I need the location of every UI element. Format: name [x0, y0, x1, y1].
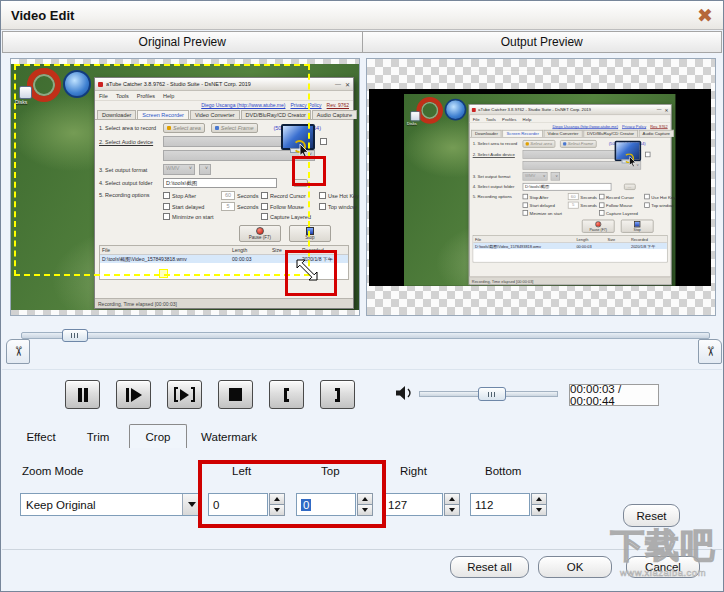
mouse-cursor-icon	[629, 156, 637, 170]
recorded-opt-record-cursor: Record Cursor	[606, 194, 634, 199]
original-preview-pane: Disks aTube Catcher 3.8.9762 - Studio Su…	[10, 58, 360, 316]
zoom-mode-dropdown[interactable]: Keep Original	[20, 493, 202, 516]
crop-bottom-spinner[interactable]: 112	[470, 493, 547, 516]
crop-bottom-down-button[interactable]	[531, 504, 547, 516]
recorded-audio-checkbox	[320, 138, 327, 145]
crop-left-up-button[interactable]	[269, 493, 285, 504]
zoom-mode-dropdown-button[interactable]	[182, 494, 201, 515]
recorded-privacy-link: Privacy Policy	[622, 124, 646, 129]
recorded-opt-follow-mouse: Follow Mouse	[606, 203, 632, 208]
reset-all-button[interactable]: Reset all	[450, 556, 529, 578]
recorded-status-bar: Recording, Time elapsed [00:00:03]	[95, 298, 353, 308]
highlight-rect-resize	[285, 250, 337, 296]
crop-bottom-label: Bottom	[485, 465, 521, 477]
zoom-mode-label: Zoom Mode	[22, 465, 83, 477]
recorded-step4-label: 4. Select output folder	[473, 184, 523, 189]
recorded-tab-bar: Downloader Screen Recorder Video Convert…	[470, 129, 671, 138]
crop-marquee[interactable]	[14, 64, 310, 276]
recorded-stop-after-value: 60	[568, 193, 579, 200]
close-icon[interactable]: ✖	[697, 6, 713, 25]
volume-slider[interactable]	[419, 391, 558, 397]
recorded-select-frame-button: Select Frame	[560, 140, 596, 148]
divider	[2, 369, 722, 370]
crop-left-spinner[interactable]: 0	[208, 493, 285, 516]
recorded-opt-stop-after: Stop After	[530, 194, 549, 199]
recorded-opt-top-window: Top window	[651, 203, 673, 208]
output-scene-holder: Disks aTube Catcher 3.8.9762 - Studio Su…	[404, 89, 676, 286]
recorded-format-browse-button	[551, 172, 560, 181]
title-bar: Video Edit ✖	[1, 1, 723, 30]
tab-crop[interactable]: Crop	[129, 424, 187, 448]
stop-button[interactable]	[218, 380, 253, 409]
crop-top-up-button[interactable]	[357, 493, 373, 504]
step-play-button[interactable]	[116, 380, 151, 409]
crop-marquee-bottom-handle[interactable]	[159, 269, 168, 278]
edit-tab-bar: Effect Trim Crop Watermark	[2, 424, 722, 447]
recorded-tab-screen-recorder: Screen Recorder	[503, 130, 543, 137]
crop-right-spinner[interactable]: 127	[383, 493, 460, 516]
mark-start-button[interactable]	[269, 380, 304, 409]
recorded-status-bar: Recording, Time elapsed [00:00:03]	[470, 277, 671, 285]
recorded-minimize-icon: —	[657, 107, 662, 112]
recorded-step5-label: 5. Recording options	[473, 193, 523, 198]
recorded-tab-video-converter: Video Converter	[544, 130, 583, 137]
tab-watermark[interactable]: Watermark	[189, 427, 269, 446]
recorded-file-table: File Length Size Recorded D:\tools\截图\Vi…	[473, 235, 668, 262]
reset-button[interactable]: Reset	[623, 504, 680, 527]
output-video-frame: Disks aTube Catcher 3.8.9762 - Studio Su…	[369, 89, 711, 286]
crop-bottom-value[interactable]: 112	[470, 493, 530, 516]
recorded-app-icon	[472, 108, 476, 112]
video-edit-dialog: Video Edit ✖ Original Preview Output Pre…	[0, 0, 724, 592]
recorded-step2-label: 2. Select Audio device	[473, 152, 523, 157]
play-to-end-button[interactable]	[167, 380, 202, 409]
desktop-red-app-icon	[416, 97, 443, 124]
mark-end-button[interactable]	[320, 380, 355, 409]
crop-right-up-button[interactable]	[444, 493, 460, 504]
seek-slider[interactable]	[21, 332, 710, 339]
crop-left-value[interactable]: 0	[208, 493, 268, 516]
recorded-pause-button: Pause (F7)	[582, 220, 615, 233]
crop-top-spinner[interactable]: 0	[296, 493, 373, 516]
crop-bottom-up-button[interactable]	[531, 493, 547, 504]
tab-effect[interactable]: Effect	[12, 427, 70, 446]
recorded-author-link: Diego Uscanga (http://www.atube.me)	[552, 124, 618, 129]
speaker-icon	[395, 385, 413, 405]
crop-left-label: Left	[232, 465, 251, 477]
recorded-folder-field: D:\tools\截图	[523, 183, 612, 191]
recorded-select-area-button: Select area	[523, 140, 556, 148]
highlight-rect-monitor	[292, 156, 326, 186]
recorded-opt-capture-layered: Capture Layered	[606, 211, 638, 216]
recorded-step3-label: 3. Set output format	[473, 174, 523, 179]
cancel-button[interactable]: Cancel	[626, 556, 700, 578]
recorded-format-dropdown: WMV	[523, 172, 548, 181]
recorded-minimize-icon: —	[335, 81, 341, 88]
recorded-close-icon: ✕	[664, 107, 668, 112]
crop-right-value[interactable]: 127	[383, 493, 443, 516]
trim-start-scissors-button[interactable]: ✂	[6, 339, 30, 364]
recorded-audio-checkbox	[645, 152, 650, 157]
recorded-folder-browse-button: ...	[624, 184, 635, 190]
output-preview-pane: Disks aTube Catcher 3.8.9762 - Studio Su…	[366, 58, 716, 316]
recorded-stop-button: Stop	[621, 220, 654, 233]
recorded-app-titlebar: aTube Catcher 3.8.9762 - Studio Suite - …	[470, 105, 671, 115]
dialog-title: Video Edit	[11, 8, 74, 23]
crop-top-value[interactable]: 0	[296, 493, 356, 516]
recorded-opt-use-hot-keys: Use Hot Keys	[651, 194, 675, 199]
recorded-tab-audio-capture: Audio Capture	[312, 110, 357, 119]
output-preview-button[interactable]: Output Preview	[363, 31, 723, 53]
seek-slider-thumb[interactable]	[62, 329, 88, 342]
crop-right-down-button[interactable]	[444, 504, 460, 516]
monitor-icon	[615, 141, 642, 164]
original-scene: Disks aTube Catcher 3.8.9762 - Studio Su…	[11, 64, 359, 310]
ok-button[interactable]: OK	[538, 556, 612, 578]
recorded-rev-link: Rev. 9762	[327, 102, 349, 108]
pause-button[interactable]	[65, 380, 100, 409]
crop-left-down-button[interactable]	[269, 504, 285, 516]
tab-trim[interactable]: Trim	[72, 427, 124, 446]
original-preview-button[interactable]: Original Preview	[2, 31, 363, 53]
trim-end-scissors-button[interactable]: ✂	[698, 339, 722, 364]
time-display: 00:00:03 / 00:00:44	[569, 384, 659, 406]
volume-slider-thumb[interactable]	[478, 387, 506, 401]
recorded-app-title: aTube Catcher 3.8.9762 - Studio Suite - …	[478, 107, 591, 112]
crop-top-down-button[interactable]	[357, 504, 373, 516]
